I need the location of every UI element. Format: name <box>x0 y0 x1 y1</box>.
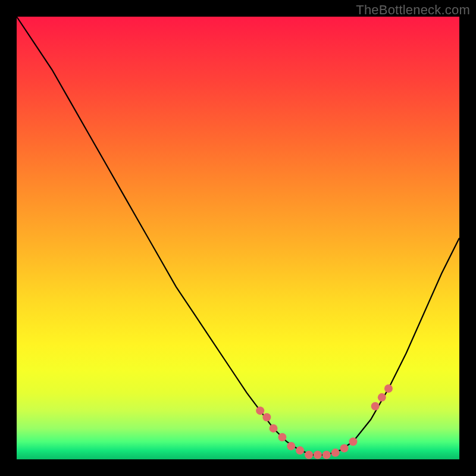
highlight-dot <box>256 406 264 415</box>
highlight-dot <box>331 449 340 457</box>
chart-container: TheBottleneck.com <box>0 0 476 476</box>
highlight-dot <box>270 424 278 433</box>
highlight-dot <box>305 451 313 459</box>
highlight-dot <box>287 442 295 450</box>
highlight-dot <box>378 393 386 402</box>
highlight-dots-group <box>256 384 393 459</box>
highlight-dot <box>349 437 357 446</box>
highlight-dot <box>278 433 286 441</box>
watermark-text: TheBottleneck.com <box>356 2 470 18</box>
highlight-dot <box>340 444 349 452</box>
bottleneck-curve <box>17 17 459 455</box>
highlight-dot <box>296 446 304 455</box>
highlight-dot <box>384 384 393 393</box>
highlight-dot <box>322 451 331 459</box>
plot-area <box>17 17 459 459</box>
highlight-dot <box>371 402 380 411</box>
chart-svg <box>17 17 459 459</box>
highlight-dot <box>262 413 271 421</box>
highlight-dot <box>314 451 322 459</box>
